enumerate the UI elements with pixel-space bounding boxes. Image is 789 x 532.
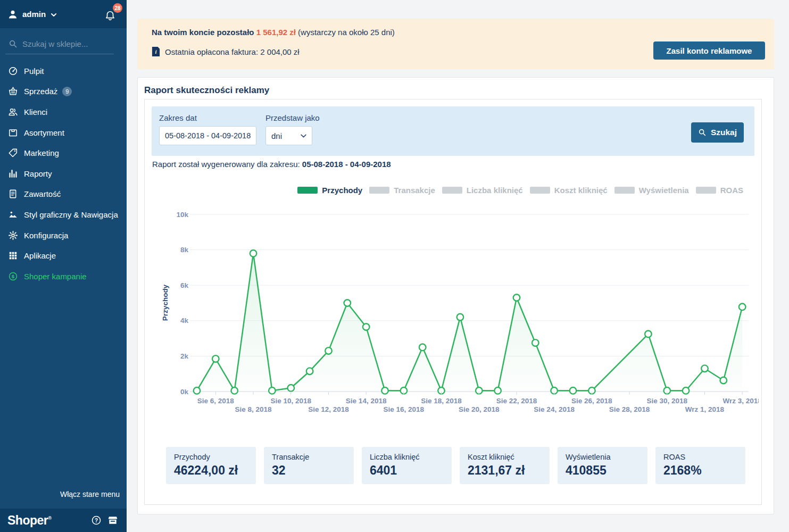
legend-item-transakcje[interactable]: Transakcje xyxy=(369,186,435,195)
legend-label: Liczba kliknięć xyxy=(467,186,523,195)
svg-text:Sie 8, 2018: Sie 8, 2018 xyxy=(235,405,272,413)
svg-text:Wrz 3, 2018: Wrz 3, 2018 xyxy=(723,397,759,405)
sidebar-item-pulpit[interactable]: Pulpit xyxy=(0,61,127,81)
legend-item-liczba-klikni-[interactable]: Liczba kliknięć xyxy=(442,186,523,195)
legend-item-koszt-klikni-[interactable]: Koszt kliknięć xyxy=(530,186,608,195)
stat-label: Koszt kliknięć xyxy=(468,453,542,461)
svg-text:i: i xyxy=(155,49,157,55)
stat-label: Liczba kliknięć xyxy=(370,453,444,461)
legend-swatch xyxy=(297,187,318,194)
svg-text:Przychody: Przychody xyxy=(161,284,169,321)
stat-value: 2168% xyxy=(663,463,737,478)
sidebar-item-klienci[interactable]: Klienci xyxy=(0,102,127,122)
legend-swatch xyxy=(614,187,635,194)
username: admin xyxy=(22,10,46,19)
stat-label: Przychody xyxy=(174,453,248,461)
sidebar-item-raporty[interactable]: Raporty xyxy=(0,163,127,184)
sidebar-item-label: Sprzedaż xyxy=(24,87,57,96)
sidebar-item-label: Konfiguracja xyxy=(24,231,68,240)
sidebar-item-shoper-kampanie[interactable]: $Shoper kampanie xyxy=(0,266,127,287)
legend-item-wy-wietlenia[interactable]: Wyświetlenia xyxy=(614,186,689,195)
gear-icon xyxy=(8,230,18,240)
sidebar-menu: PulpitSprzedaż9KlienciAsortymentMarketin… xyxy=(0,61,127,287)
chart-container: 0k2k4k6k8k10kPrzychodySie 6, 2018Sie 8, … xyxy=(152,201,759,419)
stat-card-koszt-klikni-: Koszt kliknięć2131,67 zł xyxy=(460,447,550,484)
balance-amount: 1 561,92 zł xyxy=(256,28,296,37)
svg-text:Sie 10, 2018: Sie 10, 2018 xyxy=(270,397,311,405)
sidebar-item-zawartosc[interactable]: Zawartość xyxy=(0,184,127,205)
stat-value: 6401 xyxy=(370,463,444,478)
shop-search xyxy=(5,36,114,54)
sidebar-item-konfiguracja[interactable]: Konfiguracja xyxy=(0,225,127,246)
stat-card-wy-wietlenia: Wyświetlenia410855 xyxy=(558,447,647,484)
main-content: Na twoim koncie pozostało 1 561,92 zł (w… xyxy=(127,0,789,532)
report-card: Raport skuteczności reklamy Zakres dat P… xyxy=(137,77,774,514)
sidebar-item-badge: 9 xyxy=(62,87,72,96)
shoper-logo[interactable]: Shoper® xyxy=(7,513,51,528)
svg-text:Wrz 1, 2018: Wrz 1, 2018 xyxy=(685,405,725,413)
user-icon xyxy=(7,9,18,20)
report-search-button[interactable]: Szukaj xyxy=(691,122,744,143)
user-menu[interactable]: admin 28 xyxy=(0,0,127,28)
svg-text:Sie 16, 2018: Sie 16, 2018 xyxy=(384,405,425,413)
sidebar-item-label: Asortyment xyxy=(24,128,64,137)
notifications-bell[interactable]: 28 xyxy=(104,7,118,23)
search-input[interactable] xyxy=(22,39,107,48)
svg-text:Sie 24, 2018: Sie 24, 2018 xyxy=(534,405,575,413)
sidebar-item-label: Zawartość xyxy=(24,189,61,198)
svg-text:Sie 14, 2018: Sie 14, 2018 xyxy=(346,397,387,405)
chevron-down-icon xyxy=(50,11,57,19)
svg-text:6k: 6k xyxy=(180,281,189,289)
box-icon xyxy=(8,128,18,138)
present-as-label: Przedstaw jako xyxy=(265,113,320,122)
legend-label: Przychody xyxy=(322,186,362,195)
apps-grid-icon xyxy=(8,251,18,261)
legend-item-roas[interactable]: ROAS xyxy=(696,186,743,195)
sidebar-item-asortyment[interactable]: Asortyment xyxy=(0,122,127,143)
sidebar-item-sprzedaz[interactable]: Sprzedaż9 xyxy=(0,81,127,102)
stat-card-liczba-klikni-: Liczba kliknięć6401 xyxy=(362,447,452,484)
stat-value: 32 xyxy=(272,463,346,478)
legend-swatch xyxy=(442,187,462,194)
svg-text:$: $ xyxy=(12,273,15,279)
sidebar-item-label: Shoper kampanie xyxy=(24,272,87,281)
stat-value: 46224,00 zł xyxy=(174,463,248,478)
help-icon[interactable]: ? xyxy=(91,515,102,526)
svg-text:Sie 22, 2018: Sie 22, 2018 xyxy=(496,397,537,405)
document-icon xyxy=(8,189,18,199)
stat-card-roas: ROAS2168% xyxy=(655,447,745,484)
sidebar-item-label: Aplikacje xyxy=(24,251,56,260)
date-range-input[interactable] xyxy=(159,126,256,145)
legend-item-przychody[interactable]: Przychody xyxy=(297,186,362,195)
legend-swatch xyxy=(369,187,389,194)
legend-label: Transakcje xyxy=(394,186,435,195)
legend-swatch xyxy=(696,187,716,194)
svg-text:Sie 28, 2018: Sie 28, 2018 xyxy=(609,405,650,413)
svg-text:Sie 18, 2018: Sie 18, 2018 xyxy=(421,397,462,405)
stat-label: ROAS xyxy=(663,453,737,461)
sidebar-item-aplikacje[interactable]: Aplikacje xyxy=(0,245,127,266)
tag-icon xyxy=(8,148,18,158)
stat-card-przychody: Przychody46224,00 zł xyxy=(166,447,256,484)
sidebar-item-marketing[interactable]: Marketing xyxy=(0,143,127,163)
stat-card-transakcje: Transakcje32 xyxy=(264,447,354,484)
svg-text:10k: 10k xyxy=(176,211,188,219)
svg-text:Sie 12, 2018: Sie 12, 2018 xyxy=(308,405,349,413)
bell-icon xyxy=(104,10,116,22)
stat-value: 410855 xyxy=(566,463,639,478)
present-as-select[interactable]: dni xyxy=(265,126,312,145)
topup-account-button[interactable]: Zasil konto reklamowe xyxy=(653,41,765,60)
summary-stats: Przychody46224,00 złTransakcje32Liczba k… xyxy=(166,447,745,484)
legend-label: Koszt kliknięć xyxy=(554,186,608,195)
enable-old-menu-link[interactable]: Włącz stare menu xyxy=(60,490,120,498)
svg-text:8k: 8k xyxy=(180,246,189,254)
storefront-icon[interactable] xyxy=(107,515,118,526)
sidebar-item-styl-graficzny-nawigacja[interactable]: Styl graficzny & Nawigacja xyxy=(0,204,127,225)
filter-panel: Zakres dat Przedstaw jako dni Szukaj xyxy=(152,106,754,156)
sidebar-item-label: Pulpit xyxy=(24,66,44,76)
legend-swatch xyxy=(530,187,550,194)
chevron-down-icon xyxy=(300,132,307,139)
dashboard-icon xyxy=(8,66,18,76)
search-icon xyxy=(9,39,18,48)
sidebar-item-label: Raporty xyxy=(24,169,52,178)
